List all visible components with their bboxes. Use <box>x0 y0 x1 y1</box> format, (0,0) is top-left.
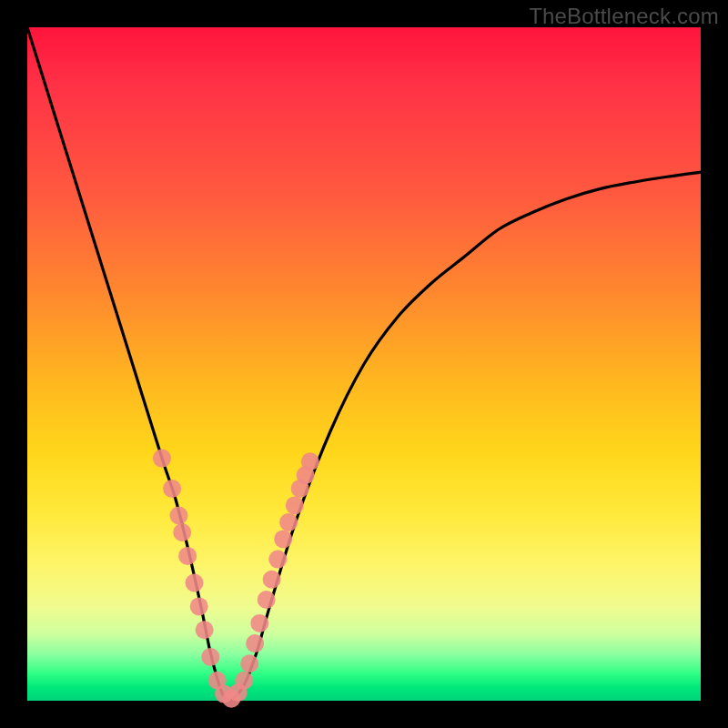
marker-point <box>274 530 292 548</box>
watermark-text: TheBottleneck.com <box>529 4 719 29</box>
marker-point <box>279 513 298 531</box>
marker-point <box>240 654 258 672</box>
marker-point <box>186 574 204 592</box>
plot-area <box>27 27 701 701</box>
marker-point <box>258 591 276 609</box>
marker-point <box>163 480 181 498</box>
marker-layer <box>153 450 319 708</box>
bottleneck-curve-path <box>27 27 701 701</box>
marker-point <box>153 450 171 468</box>
marker-point <box>201 648 219 666</box>
curve-layer <box>27 27 701 701</box>
marker-point <box>263 571 281 589</box>
marker-point <box>190 597 208 615</box>
marker-point <box>286 496 304 514</box>
marker-point <box>301 452 319 470</box>
chart-svg <box>27 27 701 701</box>
marker-point <box>173 523 191 541</box>
marker-point <box>250 614 268 632</box>
marker-point <box>178 547 197 565</box>
marker-point <box>170 507 188 525</box>
marker-point <box>268 551 287 569</box>
chart-frame: TheBottleneck.com <box>0 0 728 728</box>
marker-point <box>246 634 264 652</box>
marker-point <box>235 672 253 690</box>
marker-point <box>196 621 214 639</box>
